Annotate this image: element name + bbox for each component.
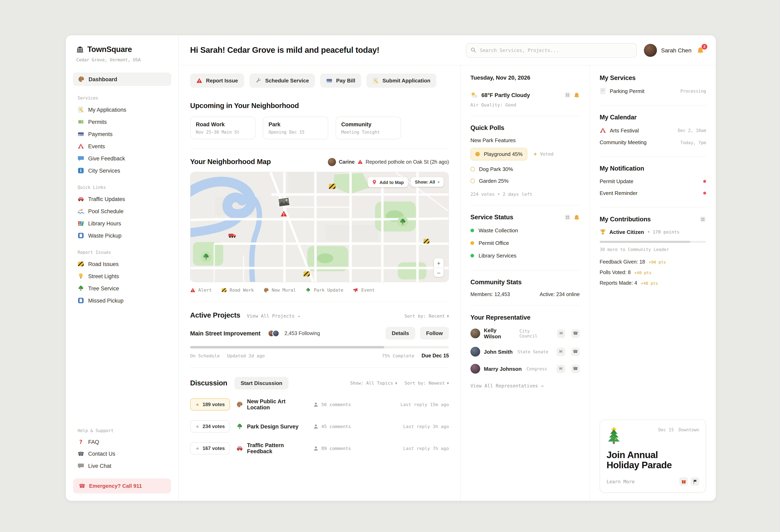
sidebar-item-city-services[interactable]: City Services: [73, 164, 171, 177]
map-canvas[interactable]: [191, 172, 448, 282]
sidebar-item-pool-schedule[interactable]: Pool Schedule: [73, 205, 171, 217]
notification-item[interactable]: Permit Update: [600, 175, 706, 187]
projects-sort-dropdown[interactable]: Sort by: Recent ▾: [404, 314, 449, 319]
widget-icon[interactable]: [699, 216, 706, 222]
sidebar-item-contact-us[interactable]: ☎ Contact Us: [73, 448, 171, 460]
sidebar-item-events[interactable]: Events: [73, 140, 171, 152]
search-icon: [471, 47, 476, 53]
sidebar-item-label: Waste Pickup: [88, 232, 121, 238]
bell-icon[interactable]: [574, 92, 580, 98]
sidebar-item-library-hours[interactable]: Library Hours: [73, 217, 171, 229]
sidebar-item-waste-pickup[interactable]: Waste Pickup: [73, 229, 171, 242]
map-header: Your Neighborhood Map Carine Reported po…: [190, 158, 449, 166]
zoom-in-button[interactable]: +: [434, 258, 444, 268]
emergency-call-button[interactable]: ☎ Emergency? Call 911: [73, 478, 171, 493]
button-label: Schedule Service: [265, 77, 309, 84]
pay-bill-button[interactable]: Pay Bill: [320, 73, 361, 88]
upvote-button[interactable]: 189 votes: [190, 398, 230, 411]
poll-option-dog-park[interactable]: Dog Park 30%: [471, 163, 580, 175]
sidebar-item-payments[interactable]: Payments: [73, 128, 171, 140]
selected-option-pill[interactable]: Playground 45%: [471, 148, 528, 160]
email-button[interactable]: ✉: [556, 348, 565, 356]
view-all-projects-link[interactable]: View All Projects →: [247, 313, 300, 319]
sidebar-item-traffic-updates[interactable]: Traffic Updates: [73, 193, 171, 205]
upvote-button[interactable]: 167 votes: [190, 442, 230, 455]
upvote-button[interactable]: 234 votes: [190, 420, 230, 432]
personal-column: My Services Parking Permit Processing My…: [590, 65, 716, 501]
sidebar-item-faq[interactable]: ? FAQ: [73, 436, 171, 448]
map-marker-road-work[interactable]: [329, 184, 336, 189]
sidebar-item-street-lights[interactable]: Street Lights: [73, 270, 171, 282]
sidebar-item-missed-pickup[interactable]: Missed Pickup: [73, 295, 171, 307]
search-box[interactable]: [466, 43, 637, 57]
sidebar-item-live-chat[interactable]: Live Chat: [73, 460, 171, 472]
widget-icon[interactable]: [564, 92, 571, 98]
sidebar-item-dashboard[interactable]: Dashboard: [73, 73, 171, 86]
discussion-title: Discussion: [190, 379, 227, 387]
start-discussion-button[interactable]: Start Discussion: [235, 377, 288, 389]
comment-label: 56 comments: [321, 402, 351, 407]
card-title: Road Work: [196, 121, 250, 127]
sidebar-item-road-issues[interactable]: Road Issues: [73, 258, 171, 270]
bell-icon[interactable]: [574, 214, 580, 220]
calendar-item[interactable]: Arts Festival Dec 2, 10am: [600, 124, 706, 137]
email-button[interactable]: ✉: [557, 329, 565, 338]
upcoming-card-community[interactable]: Community Meeting Tonight: [336, 116, 401, 139]
widget-icon[interactable]: [564, 214, 571, 220]
holiday-parade-card[interactable]: Dec 15 Downtown Join Annual Holiday Para…: [600, 419, 706, 493]
sidebar-item-label: Pool Schedule: [88, 208, 124, 214]
service-status-title: Service Status: [471, 214, 513, 221]
map-marker-photo[interactable]: [278, 197, 290, 207]
my-notification-title: My Notification: [600, 165, 706, 172]
my-calendar-title: My Calendar: [600, 114, 706, 121]
service-status-item: Permit Office: [471, 237, 580, 249]
rep-role: City Council: [520, 328, 550, 338]
zoom-out-button[interactable]: –: [434, 268, 444, 277]
discussion-thread[interactable]: 167 votes Traffic Pattern Feedback 89 co…: [190, 437, 449, 459]
search-input[interactable]: [466, 43, 637, 57]
view-all-representatives-link[interactable]: View All Representatives →: [471, 383, 580, 389]
sidebar-item-tree-service[interactable]: Tree Service: [73, 282, 171, 295]
follow-button[interactable]: Follow: [420, 327, 449, 339]
sidebar-item-give-feedback[interactable]: Give Feedback: [73, 152, 171, 164]
discussion-thread[interactable]: 234 votes Park Design Survey 45 comments…: [190, 416, 449, 437]
details-button[interactable]: Details: [386, 327, 415, 339]
discussion-thread[interactable]: 189 votes New Public Art Location 56 com…: [190, 393, 449, 416]
project-name: Main Street Improvement: [190, 330, 260, 336]
learn-more-link[interactable]: Learn More: [606, 479, 635, 484]
community-stats-row: Members: 12,453 Active: 234 online: [471, 291, 580, 297]
my-service-item[interactable]: Parking Permit Processing: [600, 85, 706, 97]
discussion-sort-dropdown[interactable]: Sort by: Newest ▾: [404, 380, 449, 386]
stat-points: +40 pts: [634, 270, 651, 275]
submit-application-button[interactable]: Submit Application: [367, 73, 437, 88]
emergency-label: Emergency? Call 911: [89, 483, 142, 489]
email-button[interactable]: ✉: [556, 365, 565, 373]
calendar-item[interactable]: Community Meeting Today, 7pm: [600, 137, 706, 148]
call-button[interactable]: ☎: [571, 329, 580, 338]
avatar[interactable]: [644, 44, 657, 57]
add-to-map-button[interactable]: Add to Map: [368, 177, 408, 187]
map-marker-road-work[interactable]: [424, 239, 429, 244]
call-button[interactable]: ☎: [571, 348, 580, 356]
gift-button[interactable]: [679, 477, 688, 486]
report-issue-button[interactable]: Report Issue: [190, 73, 244, 88]
sidebar-item-label: Events: [88, 143, 105, 149]
notifications-button[interactable]: 2: [695, 45, 705, 55]
upcoming-card-park[interactable]: Park Opening Dec 15: [263, 116, 328, 139]
call-button[interactable]: ☎: [571, 365, 580, 373]
sidebar-item-my-applications[interactable]: My Applications: [73, 104, 171, 116]
sidebar-item-permits[interactable]: Permits: [73, 116, 171, 128]
flag-button[interactable]: [691, 477, 699, 486]
option-label: Garden 25%: [479, 178, 508, 184]
map-filter-dropdown[interactable]: Show: All ▾: [411, 177, 444, 187]
schedule-service-button[interactable]: Schedule Service: [249, 73, 315, 88]
notification-item[interactable]: Event Reminder: [600, 187, 706, 199]
service-label: Parking Permit: [610, 88, 644, 94]
poll-option-playground[interactable]: Playground 45% Voted: [471, 143, 580, 163]
upcoming-card-road-work[interactable]: Road Work Nov 25-30 Main St: [190, 116, 255, 139]
discussion-topic-filter[interactable]: Show: All Topics ▾: [350, 380, 397, 386]
poll-option-garden[interactable]: Garden 25%: [471, 175, 580, 187]
map-marker-road-work[interactable]: [303, 271, 310, 276]
upcoming-cards: Road Work Nov 25-30 Main St Park Opening…: [190, 116, 449, 139]
neighborhood-map[interactable]: Add to Map Show: All ▾ + –: [190, 172, 449, 282]
